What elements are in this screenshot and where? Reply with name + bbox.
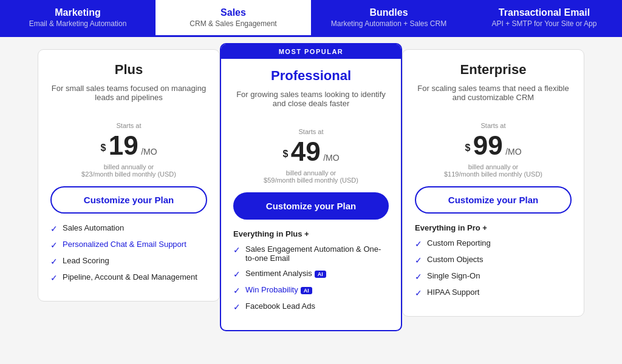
check-icon: ✓ [415, 272, 422, 281]
price-dollar-plus: $ [100, 143, 106, 153]
tab-sub-transactional: API + SMTP for Your Site or App [473, 19, 616, 28]
cta-btn-enterprise[interactable]: Customize your Plan [415, 186, 572, 214]
price-dollar-enterprise: $ [465, 143, 470, 153]
plan-name-plus: Plus [50, 62, 207, 78]
feature-text-professional-2: Win ProbabilityAI [245, 285, 312, 294]
nav-tab-bundles[interactable]: Bundles Marketing Automation + Sales CRM [311, 0, 466, 37]
feature-list-plus: ✓Sales Automation ✓Personalized Chat & E… [50, 223, 207, 283]
feature-item-plus-3: ✓Pipeline, Account & Deal Management [50, 272, 207, 283]
feature-item-plus-0: ✓Sales Automation [50, 223, 207, 234]
plan-name-professional: Professional [233, 68, 389, 84]
check-icon: ✓ [50, 257, 58, 266]
feature-list-professional: ✓Sales Engagement Automation & One-to-on… [233, 244, 389, 312]
price-dollar-professional: $ [282, 149, 288, 159]
check-icon: ✓ [233, 245, 241, 255]
feature-text-professional-0: Sales Engagement Automation & One-to-one… [245, 244, 389, 263]
plan-desc-enterprise: For scaling sales teams that need a flex… [415, 84, 572, 113]
feature-item-plus-1: ✓Personalized Chat & Email Support [50, 240, 207, 250]
feature-text-enterprise-1: Custom Objects [427, 255, 483, 264]
cta-btn-professional[interactable]: Customize your Plan [233, 192, 389, 220]
check-icon: ✓ [415, 288, 422, 298]
feature-item-enterprise-0: ✓Custom Reporting [415, 238, 572, 249]
tab-title-bundles: Bundles [317, 7, 460, 18]
feature-link-plus-1[interactable]: Personalized Chat & Email Support [63, 240, 186, 249]
feature-item-enterprise-1: ✓Custom Objects [415, 255, 572, 265]
billed-info-professional: billed annually or$59/month billed month… [233, 169, 389, 184]
price-amount-plus: 19 [109, 130, 138, 160]
ai-badge-professional-1: AI [315, 271, 326, 278]
feature-text-plus-0: Sales Automation [63, 223, 124, 232]
tab-title-transactional: Transactional Email [473, 7, 616, 18]
everything-in-enterprise: Everything in Pro + [415, 223, 572, 232]
check-icon: ✓ [415, 239, 422, 249]
nav-tab-sales[interactable]: Sales CRM & Sales Engagement [156, 0, 311, 37]
feature-item-professional-1: ✓Sentiment AnalysisAI [233, 269, 389, 279]
feature-item-plus-2: ✓Lead Scoring [50, 256, 207, 266]
tab-title-marketing: Marketing [6, 7, 149, 18]
most-popular-badge: MOST POPULAR [221, 44, 401, 59]
cta-btn-plus[interactable]: Customize your Plan [50, 186, 207, 214]
billed-info-enterprise: billed annually or$119/month billed mont… [415, 163, 572, 178]
check-icon: ✓ [415, 255, 422, 265]
feature-item-enterprise-3: ✓HIPAA Support [415, 288, 572, 298]
check-icon: ✓ [233, 286, 241, 295]
feature-item-professional-3: ✓Facebook Lead Ads [233, 302, 389, 312]
feature-text-professional-1: Sentiment AnalysisAI [245, 269, 326, 278]
price-amount-professional: 49 [291, 136, 321, 166]
tab-title-sales: Sales [162, 7, 305, 18]
billed-info-plus: billed annually or$23/month billed month… [50, 163, 207, 178]
tab-sub-bundles: Marketing Automation + Sales CRM [317, 19, 460, 28]
feature-item-professional-0: ✓Sales Engagement Automation & One-to-on… [233, 244, 389, 263]
price-mo-enterprise: /MO [505, 147, 521, 157]
feature-link-professional-2[interactable]: Win Probability [245, 285, 298, 294]
feature-list-enterprise: ✓Custom Reporting ✓Custom Objects ✓Singl… [415, 238, 572, 298]
feature-text-professional-3: Facebook Lead Ads [245, 302, 315, 311]
price-row-professional: $ 49 /MO [233, 136, 389, 167]
nav-tabs: Marketing Email & Marketing Automation S… [0, 0, 622, 37]
price-row-plus: $ 19 /MO [50, 130, 207, 161]
feature-item-professional-2: ✓Win ProbabilityAI [233, 285, 389, 295]
feature-text-plus-1: Personalized Chat & Email Support [63, 240, 186, 249]
everything-in-professional: Everything in Plus + [233, 229, 389, 238]
starts-at-professional: Starts at [233, 128, 389, 135]
plan-card-enterprise: EnterpriseFor scaling sales teams that n… [402, 49, 584, 317]
feature-text-enterprise-2: Single Sign-On [427, 271, 480, 280]
price-mo-plus: /MO [141, 147, 157, 157]
feature-text-enterprise-3: HIPAA Support [427, 288, 479, 297]
check-icon: ✓ [50, 224, 58, 234]
nav-tab-marketing[interactable]: Marketing Email & Marketing Automation [0, 0, 156, 37]
check-icon: ✓ [50, 273, 58, 283]
check-icon: ✓ [233, 302, 241, 312]
feature-text-plus-2: Lead Scoring [63, 256, 109, 265]
ai-badge-professional-2: AI [301, 287, 312, 294]
plan-desc-plus: For small sales teams focused on managin… [50, 84, 207, 113]
price-row-enterprise: $ 99 /MO [415, 130, 572, 161]
tab-sub-sales: CRM & Sales Engagement [162, 19, 305, 28]
feature-text-plus-3: Pipeline, Account & Deal Management [63, 272, 197, 281]
plan-name-enterprise: Enterprise [415, 62, 572, 78]
plan-desc-professional: For growing sales teams looking to ident… [233, 90, 389, 119]
plan-card-plus: PlusFor small sales teams focused on man… [38, 49, 220, 302]
price-mo-professional: /MO [323, 153, 339, 163]
tab-sub-marketing: Email & Marketing Automation [6, 19, 149, 28]
check-icon: ✓ [50, 240, 58, 250]
plan-card-professional: MOST POPULARProfessionalFor growing sale… [220, 43, 402, 331]
starts-at-plus: Starts at [50, 122, 207, 129]
check-icon: ✓ [233, 269, 241, 279]
feature-text-enterprise-0: Custom Reporting [427, 238, 491, 248]
nav-tab-transactional[interactable]: Transactional Email API + SMTP for Your … [466, 0, 622, 37]
feature-item-enterprise-2: ✓Single Sign-On [415, 271, 572, 281]
price-amount-enterprise: 99 [473, 130, 503, 160]
starts-at-enterprise: Starts at [415, 122, 572, 129]
